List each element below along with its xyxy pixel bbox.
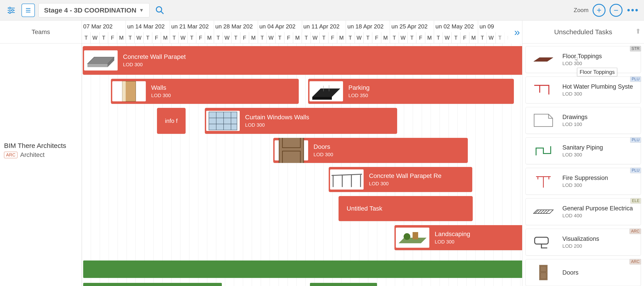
unscheduled-card[interactable]: STRFloor ToppingsLOD 300Floor Toppings☟	[526, 46, 641, 73]
zoom-group: Zoom + − •••	[574, 4, 640, 17]
unscheduled-list[interactable]: STRFloor ToppingsLOD 300Floor Toppings☟P…	[522, 44, 644, 286]
day-cell: M	[469, 32, 478, 44]
main: Teams BIM There Architects ARC Architect…	[0, 21, 644, 286]
gantt-task[interactable]: LandscapingLOD 300	[394, 225, 522, 250]
day-cell: W	[311, 32, 320, 44]
zoom-label: Zoom	[574, 7, 588, 14]
svg-line-43	[535, 210, 538, 213]
day-cell: M	[249, 32, 258, 44]
day-cell: W	[355, 32, 364, 44]
day-cell: T	[214, 32, 223, 44]
unscheduled-card[interactable]: PLUFire SuppressionLOD 300	[526, 168, 641, 195]
gantt-body[interactable]: Concrete Wall ParapetLOD 300WallsLOD 300…	[82, 44, 522, 286]
card-lod: LOD 300	[562, 61, 602, 67]
svg-point-5	[9, 12, 11, 14]
unscheduled-card[interactable]: ARCVisualizationsLOD 200	[526, 229, 641, 255]
card-lod: LOD 400	[562, 213, 633, 219]
chevron-down-icon: ▼	[139, 8, 144, 13]
gantt-task[interactable]: WallsLOD 300	[111, 79, 299, 104]
tooltip: Floor Toppings	[577, 68, 617, 76]
day-cell: T	[478, 32, 487, 44]
gantt-task[interactable]: info f	[157, 108, 186, 134]
svg-point-3	[12, 10, 14, 11]
card-thumb	[529, 110, 558, 131]
zoom-out-button[interactable]: −	[610, 4, 622, 17]
svg-marker-16	[312, 89, 340, 97]
card-lod: LOD 300	[562, 91, 633, 97]
day-cell: W	[487, 32, 496, 44]
task-lod: LOD 300	[123, 62, 186, 68]
stage-select[interactable]: Stage 4 - 3D COORDINATION ▼	[38, 3, 150, 18]
card-lod: LOD 300	[562, 182, 608, 188]
list-icon[interactable]	[22, 4, 35, 17]
unscheduled-card[interactable]: ARCDoors	[526, 259, 641, 286]
discipline-tag: ARC	[630, 259, 641, 264]
unscheduled-card[interactable]: PLUHot Water Plumbing SysteLOD 300	[526, 77, 641, 103]
zoom-in-button[interactable]: +	[592, 4, 606, 17]
day-cell: W	[134, 32, 143, 44]
week-cell: un 18 Apr 202	[346, 21, 390, 32]
task-lod: LOD 300	[369, 181, 442, 187]
unscheduled-card[interactable]: ELEGeneral Purpose ElectricaLOD 400	[526, 198, 641, 225]
gantt-summary-bar[interactable]	[83, 260, 522, 278]
day-cell: F	[108, 32, 117, 44]
collapse-up-icon[interactable]: ⬆	[635, 27, 641, 35]
day-cell: W	[399, 32, 408, 44]
timeline-scroll-fade: »	[495, 21, 522, 44]
svg-rect-15	[122, 81, 126, 101]
more-button[interactable]: •••	[626, 4, 640, 17]
task-lod: LOD 300	[314, 152, 333, 158]
task-title: Concrete Wall Parapet	[123, 53, 186, 60]
svg-line-46	[544, 210, 546, 213]
day-cell: F	[152, 32, 161, 44]
day-cell: T	[320, 32, 328, 44]
scroll-right-icon[interactable]: »	[514, 26, 520, 38]
svg-line-45	[541, 210, 544, 213]
gantt-task[interactable]: Concrete Wall Parapet ReLOD 300	[329, 167, 472, 192]
day-cell: F	[416, 32, 425, 44]
team-role: Architect	[20, 151, 44, 158]
gantt-task[interactable]: Untitled Task	[338, 196, 473, 221]
gantt-area[interactable]: 07 Mar 202un 14 Mar 202un 21 Mar 202un 2…	[82, 21, 522, 286]
day-cell: M	[425, 32, 434, 44]
day-cell: F	[284, 32, 293, 44]
day-cell: T	[188, 32, 196, 44]
discipline-tag: PLU	[630, 137, 641, 143]
discipline-tag: PLU	[630, 76, 641, 82]
timeline-header: 07 Mar 202un 14 Mar 202un 21 Mar 202un 2…	[82, 21, 522, 44]
search-icon[interactable]	[153, 4, 166, 17]
week-cell: un 21 Mar 202	[170, 21, 214, 32]
team-block[interactable]: BIM There Architects ARC Architect	[0, 137, 82, 163]
day-cell: T	[100, 32, 108, 44]
team-role-row: ARC Architect	[4, 151, 78, 158]
gantt-task[interactable]: Concrete Wall ParapetLOD 300	[83, 46, 522, 75]
day-cell: T	[346, 32, 355, 44]
card-title: Floor Toppings	[562, 53, 602, 60]
day-cell: T	[82, 32, 90, 44]
task-title: Walls	[151, 84, 171, 91]
gantt-task[interactable]: DoorsLOD 300	[273, 138, 468, 163]
task-lod: LOD 300	[151, 93, 171, 99]
card-lod: LOD 300	[562, 152, 603, 158]
gantt-task[interactable]: Curtain Windows WallsLOD 300	[205, 108, 397, 134]
gantt-summary-bar[interactable]	[83, 283, 222, 286]
day-cell: W	[223, 32, 232, 44]
task-lod: LOD 350	[348, 93, 370, 99]
day-cell: W	[443, 32, 452, 44]
card-title: Sanitary Piping	[562, 144, 603, 151]
unscheduled-card[interactable]: PLUSanitary PipingLOD 300	[526, 137, 641, 164]
task-title: Curtain Windows Walls	[245, 114, 309, 121]
task-title: Parking	[348, 84, 370, 91]
week-cell: un 28 Mar 202	[214, 21, 258, 32]
card-title: Visualizations	[562, 235, 599, 242]
team-name: BIM There Architects	[4, 142, 78, 149]
week-row: 07 Mar 202un 14 Mar 202un 21 Mar 202un 2…	[82, 21, 522, 32]
card-title: General Purpose Electrica	[562, 205, 633, 212]
gantt-task[interactable]: ParkingLOD 350	[308, 79, 514, 104]
task-title: Landscaping	[435, 230, 470, 238]
task-thumb	[310, 81, 343, 101]
gantt-summary-bar[interactable]	[310, 283, 377, 286]
unscheduled-card[interactable]: DrawingsLOD 100	[526, 107, 641, 134]
filter-icon[interactable]	[4, 4, 18, 17]
task-thumb	[112, 81, 146, 101]
